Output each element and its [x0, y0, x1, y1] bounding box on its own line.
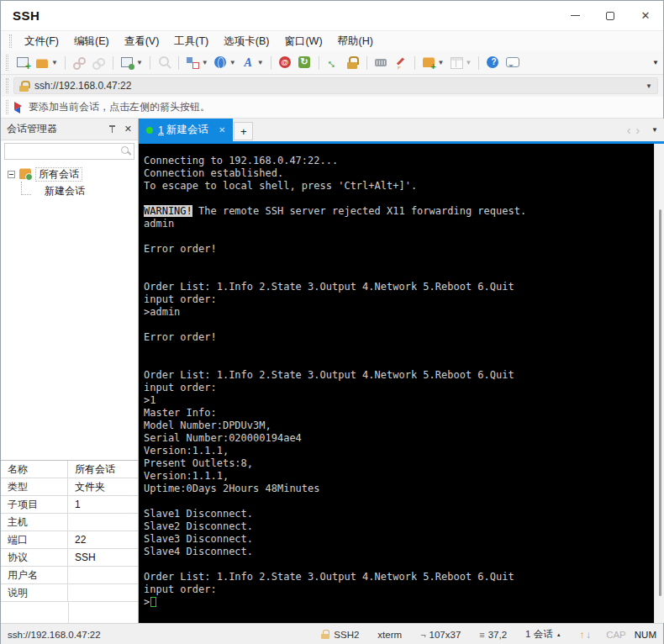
search-icon [121, 146, 130, 156]
session-search-input[interactable] [4, 143, 134, 160]
close-button[interactable]: ✕ [628, 1, 663, 30]
dropdown-caret-icon[interactable]: ▼ [51, 59, 58, 66]
dropdown-caret-icon[interactable]: ▼ [229, 59, 236, 66]
tree-item-new-session[interactable]: 新建会话 [1, 182, 138, 199]
session-count-caret-icon: ▲ [556, 632, 561, 637]
tab-scroll-right-icon[interactable]: › [635, 124, 640, 136]
property-row: 名称所有会话 [1, 461, 138, 478]
cursor-position-label: 37,2 [488, 630, 507, 640]
record-button[interactable] [276, 54, 295, 72]
new-session-icon [16, 55, 30, 70]
menubar-gripper [9, 34, 12, 49]
terminal-line: Connecting to 192.168.0.47:22... [144, 155, 654, 167]
dropdown-caret-icon[interactable]: ▼ [136, 59, 143, 66]
refresh-button[interactable] [295, 54, 314, 72]
menu-item[interactable]: 选项卡(B) [216, 31, 277, 51]
terminal-line: Error order! [144, 243, 654, 256]
menu-item[interactable]: 帮助(H) [330, 31, 381, 51]
maximize-icon [606, 12, 614, 20]
tab-close-icon[interactable]: ✕ [219, 125, 225, 135]
menu-item[interactable]: 编辑(E) [66, 31, 117, 51]
minimize-button[interactable] [557, 1, 593, 30]
tab-scroll-left-icon[interactable]: ‹ [627, 124, 631, 136]
address-field[interactable]: ssh://192.168.0.47:22 ▼ [13, 77, 658, 94]
web-icon [213, 55, 228, 70]
info-text: 要添加当前会话，点击左侧的箭头按钮。 [29, 100, 210, 114]
keyboard-button[interactable] [372, 54, 391, 72]
web-button[interactable]: ▼ [211, 54, 239, 72]
toolbar-separator [271, 56, 271, 70]
dropdown-caret-icon[interactable]: ▼ [438, 59, 445, 66]
help-button[interactable] [483, 54, 503, 72]
property-label: 子项目 [1, 496, 68, 513]
disconnect-button[interactable] [70, 54, 89, 72]
addressbar-gripper [6, 78, 8, 93]
message-button[interactable] [503, 54, 522, 72]
lines-icon: ≡ [479, 630, 484, 640]
find-button[interactable] [155, 54, 174, 72]
menu-item[interactable]: 查看(V) [117, 31, 167, 51]
tree-item-all-sessions[interactable]: 所有会话 [1, 166, 138, 182]
menu-item[interactable]: 工具(T) [166, 31, 216, 51]
reconnect-icon [92, 55, 106, 70]
tree-item-label: 所有会话 [35, 167, 82, 182]
font-button[interactable]: ▼ [239, 54, 266, 72]
pin-icon[interactable] [108, 124, 117, 135]
terminal-line [144, 495, 654, 508]
terminal-line [144, 558, 654, 571]
open-folder-icon [35, 55, 50, 70]
terminal-screen[interactable]: Connecting to 192.168.0.47:22...Connecti… [139, 144, 654, 623]
scroll-up-icon[interactable]: ↑ [580, 630, 585, 640]
dropdown-caret-icon[interactable]: ▼ [257, 59, 264, 66]
open-folder-button[interactable]: ▼ [33, 54, 61, 72]
fullscreen-button[interactable] [324, 54, 343, 72]
tab-list-dropdown-icon[interactable]: ▼ [651, 126, 658, 134]
scroll-down-icon[interactable]: ↓ [586, 630, 591, 640]
terminal-line: Order List: 1.Info 2.State 3.Output 4.Ne… [144, 281, 654, 293]
property-value: 所有会话 [68, 462, 138, 477]
grid-button[interactable]: ▼ [447, 54, 475, 72]
maximize-button[interactable] [593, 1, 628, 30]
add-session-flag-icon[interactable] [13, 102, 23, 113]
lock-button[interactable] [343, 54, 362, 72]
terminal-scrollbar[interactable] [654, 144, 664, 623]
terminal-line: To escape to local shell, press 'Ctrl+Al… [144, 180, 654, 193]
status-terminal-type: xterm [377, 630, 402, 640]
record-icon [278, 55, 292, 70]
session-manager-panel: 会话管理器 ✕ 所有会话 新建会话 名称所有会话类型文件夹子项目1主机端口22协… [1, 119, 139, 623]
layout-button[interactable]: ▼ [183, 54, 211, 72]
tab-new-session[interactable]: 1 新建会话 ✕ [139, 119, 233, 141]
status-session-count[interactable]: 1 会话 ▲ [525, 628, 561, 641]
caps-lock-indicator: CAP [606, 630, 626, 640]
dropdown-caret-icon[interactable]: ▼ [202, 59, 208, 66]
new-folder-button[interactable]: ▼ [419, 54, 447, 72]
toolbar-separator [65, 56, 66, 70]
toolbar-overflow-caret-icon[interactable]: ▼ [652, 59, 659, 66]
session-manager-title: 会话管理器 [7, 122, 108, 136]
keyboard-icon [374, 55, 388, 70]
property-row: 用户名 [1, 567, 138, 584]
tree-connector [21, 182, 31, 195]
terminal-scrollbar-thumb[interactable] [659, 209, 661, 596]
terminal-line: Slave1 Disconnect. [144, 508, 654, 520]
session-count-label: 1 会话 [525, 628, 553, 641]
info-bar: 要添加当前会话，点击左侧的箭头按钮。 [1, 97, 663, 119]
highlighter-button[interactable] [391, 54, 410, 72]
new-session-button[interactable] [13, 54, 33, 72]
dropdown-caret-icon[interactable]: ▼ [466, 59, 472, 66]
address-dropdown-icon[interactable]: ▼ [646, 82, 652, 90]
panel-close-icon[interactable]: ✕ [124, 124, 132, 134]
menu-item[interactable]: 文件(F) [17, 31, 66, 51]
new-folder-icon [422, 55, 436, 70]
terminal-line: >admin [144, 306, 654, 319]
reconnect-button[interactable] [89, 54, 108, 72]
property-value: 文件夹 [68, 480, 138, 494]
terminal-line: input order: [144, 293, 654, 306]
menu-item[interactable]: 窗口(W) [277, 31, 329, 51]
new-tab-button[interactable]: + [234, 122, 253, 140]
property-label: 类型 [1, 478, 68, 495]
tree-collapse-icon[interactable] [8, 171, 15, 178]
session-properties-button[interactable]: ▼ [118, 54, 145, 72]
connected-status-icon [146, 127, 153, 134]
terminal-line [144, 356, 654, 369]
